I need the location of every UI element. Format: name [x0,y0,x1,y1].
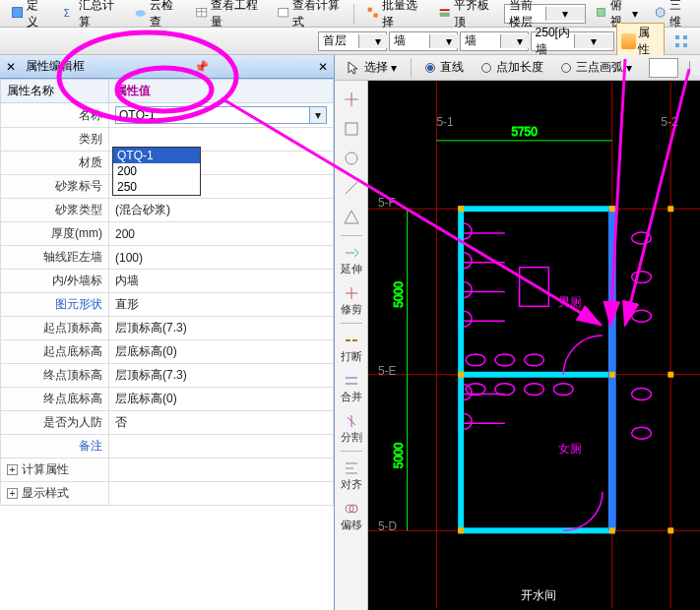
separator [411,58,412,78]
svg-rect-7 [368,7,372,11]
row-name-value[interactable]: ▾ [109,103,334,128]
split-vtool[interactable]: 分割 [339,409,364,446]
chevron-down-icon[interactable]: ▾ [574,34,613,48]
expand-icon[interactable]: + [7,464,18,475]
row-startbot-value[interactable]: 层底标高(0) [109,340,334,364]
define-icon [11,6,24,22]
flatten-top-label: 平齐板顶 [454,0,493,30]
vtool-2[interactable] [339,116,364,142]
close-icon[interactable]: ✕ [318,60,328,74]
svg-text:5-D: 5-D [378,519,397,533]
row-endtop-value[interactable]: 层顶标高(7.3) [109,364,334,388]
cloud-check-button[interactable]: 云检查 [127,0,186,33]
svg-rect-13 [675,35,679,39]
chevron-down-icon[interactable]: ▾ [689,61,700,75]
svg-text:开水间: 开水间 [521,588,556,602]
row-material-label: 材质 [1,152,109,175]
grid-icon [673,33,689,49]
row-inout-label: 内/外墙标 [1,270,109,293]
svg-rect-50 [668,372,673,378]
svg-rect-6 [278,8,287,16]
trim-vtool[interactable]: 修剪 [339,281,364,318]
svg-rect-46 [609,372,615,378]
top-view-icon [595,6,607,22]
chevron-down-icon[interactable]: ▾ [545,7,585,21]
extend-tool[interactable]: 点加长度 [475,56,550,79]
vtool-4[interactable] [339,175,364,201]
expand-icon[interactable]: + [7,488,18,499]
define-button[interactable]: 定义 [4,0,53,33]
svg-point-62 [466,384,485,396]
close-icon[interactable]: ✕ [6,60,16,74]
sum-calc-button[interactable]: Σ汇总计算 [55,0,124,33]
row-dispstyle-label[interactable]: +显示样式 [1,482,109,506]
current-floor-combo[interactable]: 当前楼层▾ [504,4,586,24]
wall-type-combo[interactable]: 250[内墙▾ [531,31,614,51]
row-mortarno-label: 砂浆标号 [1,175,109,199]
row-defense-value[interactable]: 否 [109,411,334,435]
svg-point-65 [553,384,573,396]
name-input[interactable] [115,106,310,124]
sigma-icon: Σ [62,6,75,22]
offset-vtool[interactable]: 偏移 [339,497,364,533]
row-starttop-value[interactable]: 层顶标高(7.3) [109,317,334,340]
row-remark-label: 备注 [1,435,109,458]
batch-select-button[interactable]: 批量选择 [359,0,428,33]
arc-tool[interactable]: 三点画弧▾ [554,56,639,79]
row-mortartype-value[interactable]: (混合砂浆) [109,199,334,222]
break-vtool[interactable]: 打断 [339,329,364,365]
arc-combo[interactable]: ▾ [649,58,678,78]
main-toolbar: 定义 Σ汇总计算 云检查 查看工程量 查看计算式 批量选择 平齐板顶 当前楼层▾… [0,0,700,28]
pin-icon[interactable]: 📌 [194,60,209,74]
align-vtool[interactable]: 对齐 [339,457,364,493]
extend-vtool[interactable]: 延伸 [339,241,364,277]
row-inout-value[interactable]: 内墙 [109,270,334,293]
row-shape-value[interactable]: 直形 [109,293,334,317]
drawing-canvas[interactable]: 5750 5000 5000 5-1 5-2 5-F 5-E [368,81,700,610]
row-axisdist-label: 轴线距左墙 [1,246,109,270]
view-qty-button[interactable]: 查看工程量 [188,0,268,33]
svg-text:男厕: 男厕 [558,295,582,309]
row-remark-value[interactable] [109,435,334,458]
svg-rect-9 [439,12,449,16]
name-dropdown-list[interactable]: QTQ-1 200 250 [112,147,201,196]
cloud-icon [134,6,147,22]
view-formula-label: 查看计算式 [292,0,342,30]
row-calcattr-label[interactable]: +计算属性 [1,458,109,482]
row-endbot-label: 终点底标高 [1,388,109,411]
dropdown-item[interactable]: 250 [113,179,200,195]
floor-combo[interactable]: 首层▾ [318,31,387,51]
row-thickness-label: 厚度(mm) [1,222,109,246]
vtool-3[interactable] [339,146,364,171]
row-axisdist-value[interactable]: (100) [109,246,334,270]
svg-marker-20 [345,211,358,223]
row-thickness-value[interactable]: 200 [109,222,334,246]
row-starttop-label: 起点顶标高 [1,317,109,340]
svg-point-70 [632,427,652,439]
cloud-check-label: 云检查 [150,0,179,30]
view-formula-button[interactable]: 查看计算式 [270,0,350,33]
properties-button[interactable]: 属性 [616,23,665,60]
row-endtop-label: 终点顶标高 [1,364,109,388]
line-tool[interactable]: 直线 [418,56,471,79]
svg-rect-11 [597,8,605,16]
category1-combo[interactable]: 墙▾ [389,31,458,51]
property-panel: ✕ 属性编辑框 📌 ✕ 属性名称属性值 名称 ▾ 类别 材质 砂浆标号(M5.0… [0,55,335,610]
flatten-top-button[interactable]: 平齐板顶 [431,0,500,33]
dropdown-button[interactable]: ▾ [309,106,327,124]
svg-rect-44 [609,206,615,212]
svg-rect-43 [458,206,464,212]
dropdown-item[interactable]: QTQ-1 [113,148,200,163]
more-tool-button[interactable] [667,30,696,52]
select-tool[interactable]: 选择▾ [339,56,404,79]
vtool-1[interactable] [339,87,364,112]
dropdown-item[interactable]: 200 [113,163,200,179]
merge-vtool[interactable]: 合并 [339,369,364,405]
svg-text:5000: 5000 [392,281,406,308]
category2-combo[interactable]: 墙▾ [460,31,529,51]
row-endbot-value[interactable]: 层底标高(0) [109,388,334,411]
svg-point-19 [346,152,357,164]
table-icon [195,6,208,22]
vtool-5[interactable] [339,205,364,230]
svg-rect-48 [609,527,615,533]
